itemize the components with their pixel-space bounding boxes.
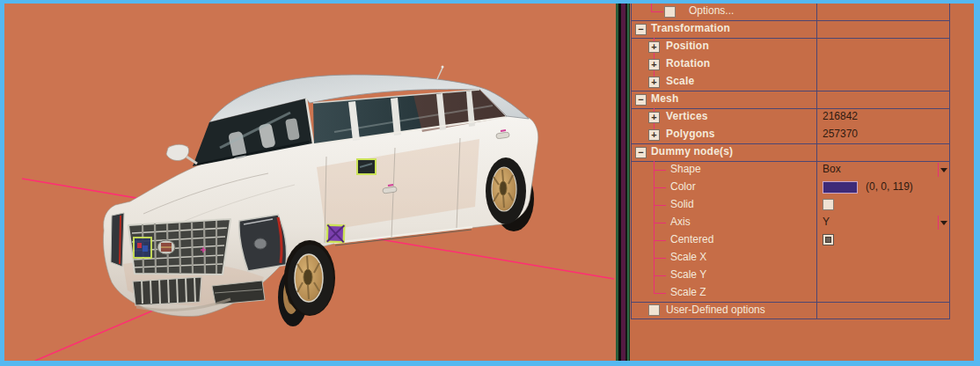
row-scale-x[interactable]: Scale X <box>631 249 950 267</box>
row-label: Position <box>666 40 709 52</box>
lower-grille <box>133 277 201 305</box>
centered-checkbox[interactable] <box>823 234 834 245</box>
row-solid[interactable]: Solid <box>631 196 950 214</box>
shape-value[interactable]: Box <box>823 163 841 175</box>
wheel-front <box>284 240 335 316</box>
category-label: Mesh <box>651 92 678 105</box>
options-checkbox[interactable] <box>664 6 676 18</box>
vertices-value: 216842 <box>823 110 858 122</box>
row-axis[interactable]: Axis Y <box>631 214 950 231</box>
row-label: Centered <box>670 233 713 245</box>
row-dummy-nodes[interactable]: − Dummy node(s) <box>631 143 950 161</box>
row-scale-y[interactable]: Scale Y <box>631 267 950 284</box>
expand-icon[interactable]: + <box>648 129 660 141</box>
axis-value[interactable]: Y <box>823 216 830 228</box>
expand-icon[interactable]: + <box>648 112 660 123</box>
dropdown-arrow-icon[interactable] <box>940 221 947 225</box>
properties-panel: Options... − Transformation + Position +… <box>631 4 974 361</box>
collapse-icon[interactable]: − <box>635 94 647 106</box>
row-label: Scale Y <box>670 268 706 281</box>
color-value: (0, 0, 119) <box>866 180 913 193</box>
row-label: Axis <box>670 216 691 228</box>
color-swatch[interactable] <box>823 181 858 194</box>
row-scale[interactable]: + Scale <box>631 73 950 91</box>
3d-viewport[interactable] <box>4 4 616 361</box>
row-transformation[interactable]: − Transformation <box>631 20 950 38</box>
row-label: Scale <box>666 75 694 87</box>
headlight-right <box>111 213 124 267</box>
row-options[interactable]: Options... <box>631 4 950 20</box>
row-label: Color <box>670 180 696 193</box>
collapse-icon[interactable]: − <box>635 147 647 158</box>
application-window: Options... − Transformation + Position +… <box>0 0 980 366</box>
user-defined-checkbox[interactable] <box>648 304 660 316</box>
grille-dummy-marker <box>134 238 151 258</box>
headlight-left <box>239 215 287 271</box>
row-vertices[interactable]: + Vertices 216842 <box>631 108 950 126</box>
panel-splitter[interactable] <box>616 4 631 361</box>
cadillac-emblem <box>157 240 175 254</box>
category-label: Transformation <box>651 22 730 34</box>
row-centered[interactable]: Centered <box>631 231 950 249</box>
row-color[interactable]: Color (0, 0, 119) <box>631 179 950 196</box>
row-label: Shape <box>670 163 701 175</box>
row-shape[interactable]: Shape Box <box>631 161 950 179</box>
row-label: Rotation <box>666 57 710 70</box>
row-label: Vertices <box>666 110 708 122</box>
row-label: User-Defined options <box>666 304 765 316</box>
expand-icon[interactable]: + <box>648 77 660 88</box>
dummy-node-marker <box>327 225 345 243</box>
category-label: Dummy node(s) <box>651 145 733 157</box>
row-label: Scale Z <box>670 286 706 298</box>
antenna <box>437 66 444 80</box>
row-label: Options... <box>689 4 734 17</box>
solid-checkbox[interactable] <box>823 199 834 210</box>
row-mesh[interactable]: − Mesh <box>631 91 950 108</box>
limousine-3d-render <box>4 4 616 361</box>
row-user-defined-options[interactable]: User-Defined options <box>631 302 950 319</box>
window-content: Options... − Transformation + Position +… <box>4 4 974 361</box>
wheel-rear <box>486 157 526 224</box>
dropdown-divider <box>938 216 939 230</box>
mirror-dummy-marker <box>357 159 376 174</box>
row-position[interactable]: + Position <box>631 38 950 55</box>
row-scale-z[interactable]: Scale Z <box>631 284 950 302</box>
row-rotation[interactable]: + Rotation <box>631 55 950 73</box>
row-label: Polygons <box>666 128 715 140</box>
dropdown-arrow-icon[interactable] <box>940 168 947 172</box>
property-grid: Options... − Transformation + Position +… <box>631 4 950 319</box>
dropdown-divider <box>938 163 939 177</box>
row-polygons[interactable]: + Polygons 257370 <box>631 126 950 143</box>
side-mirror <box>166 144 197 164</box>
expand-icon[interactable]: + <box>648 41 660 53</box>
row-label: Solid <box>670 198 694 210</box>
expand-icon[interactable]: + <box>648 59 660 70</box>
collapse-icon[interactable]: − <box>635 24 647 35</box>
row-label: Scale X <box>670 251 706 263</box>
polygons-value: 257370 <box>823 128 858 140</box>
